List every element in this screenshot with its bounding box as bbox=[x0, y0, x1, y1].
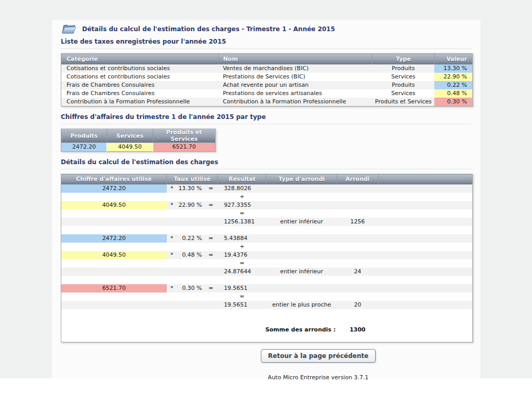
calcul-column-header: Résultat bbox=[218, 174, 267, 184]
taux-cell: 13.30 % bbox=[177, 184, 204, 193]
multiply-operator-cell: * bbox=[167, 184, 177, 193]
arrondi-cell: 24 bbox=[337, 268, 378, 276]
operator-separator-cell: + bbox=[218, 193, 267, 201]
tax-type-cell: Produits et Services bbox=[372, 98, 434, 107]
taxes-column-header: Type bbox=[372, 54, 434, 64]
taxes-table-row: Cotisations et contributions socialesPre… bbox=[61, 73, 473, 81]
taux-cell: 22.90 % bbox=[177, 201, 204, 209]
calcul-table: Chiffre d'affaires utiliséTaux utiliséRé… bbox=[61, 174, 473, 342]
empty-cell bbox=[167, 218, 177, 226]
calcul-column-header-empty bbox=[378, 174, 472, 184]
tax-valeur-cell: 13.30 % bbox=[434, 64, 472, 73]
chiffre-affaires-cell: 2472.20 bbox=[61, 184, 167, 193]
empty-row-cell bbox=[61, 317, 473, 326]
type-arrondi-cell: entier le plus proche bbox=[267, 301, 337, 309]
taxes-column-header: Nom bbox=[219, 54, 372, 64]
empty-cell bbox=[167, 209, 177, 218]
calcul-row: 6521.70*0.30 %=19.5651 bbox=[61, 284, 473, 292]
footer-version: Auto Micro Entreprise version 3.7.1 bbox=[113, 374, 524, 381]
page-title: Détails du calcul de l'estimation des ch… bbox=[82, 25, 335, 33]
equals-operator-cell: = bbox=[204, 234, 218, 243]
equals-operator-cell: = bbox=[204, 284, 218, 292]
calcul-row: 4049.50*0.48 %=19.4376 bbox=[61, 251, 473, 259]
empty-cell bbox=[378, 326, 472, 334]
empty-row bbox=[61, 226, 473, 234]
chiffres-table: ProduitsServicesProduits et Services 247… bbox=[61, 128, 216, 152]
chiffre-affaires-cell: 6521.70 bbox=[61, 284, 167, 292]
tax-type-cell: Produits bbox=[372, 81, 434, 89]
total-resultat-cell: 24.87644 bbox=[218, 268, 267, 276]
resultat-cell: 328.8026 bbox=[218, 184, 267, 193]
total-row: 1256.1381entier inférieur1256 bbox=[61, 218, 473, 226]
empty-cell bbox=[337, 259, 378, 268]
resultat-cell: 927.3355 bbox=[218, 201, 267, 209]
calcul-column-header: Chiffre d'affaires utilisé bbox=[61, 174, 167, 184]
empty-cell bbox=[61, 268, 167, 276]
total-row: 19.5651entier le plus proche20 bbox=[61, 301, 473, 309]
chiffres-heading: Chiffres d'affaires du trimestre 1 de l'… bbox=[61, 112, 472, 124]
taxes-column-header: Catégorie bbox=[61, 54, 219, 64]
back-button[interactable]: Retour à la page précédente bbox=[261, 349, 376, 363]
chiffres-column-header: Produits et Services bbox=[153, 128, 215, 143]
empty-cell bbox=[337, 193, 378, 201]
chiffres-value-cell: 4049.50 bbox=[107, 143, 153, 152]
empty-cell bbox=[61, 259, 167, 268]
taux-cell: 0.48 % bbox=[177, 251, 204, 259]
empty-cell bbox=[267, 201, 337, 209]
tax-categorie-cell: Contribution à la Formation Professionne… bbox=[61, 98, 219, 107]
multiply-operator-cell: * bbox=[167, 201, 177, 209]
empty-cell bbox=[378, 268, 472, 276]
equals-operator-cell: = bbox=[204, 201, 218, 209]
operator-separator-cell: = bbox=[218, 259, 267, 268]
empty-cell bbox=[177, 193, 204, 201]
empty-cell bbox=[177, 209, 204, 218]
tax-type-cell: Services bbox=[372, 73, 434, 81]
empty-cell bbox=[177, 268, 204, 276]
tax-valeur-cell: 0.22 % bbox=[434, 81, 472, 89]
calcul-column-header: Taux utilisé bbox=[167, 174, 218, 184]
tax-nom-cell: Prestations de Services (BIC) bbox=[219, 73, 372, 81]
taxes-table-row: Frais de Chambres ConsulairesAchat reven… bbox=[61, 81, 473, 89]
somme-row: Somme des arrondis :1300 bbox=[61, 326, 473, 334]
total-row: 24.87644entier inférieur24 bbox=[61, 268, 473, 276]
chiffres-value-cell: 2472.20 bbox=[61, 143, 107, 152]
empty-cell bbox=[378, 301, 472, 309]
empty-row-cell bbox=[61, 309, 473, 317]
taxes-table-row: Contribution à la Formation Professionne… bbox=[61, 98, 473, 107]
empty-cell bbox=[337, 184, 378, 193]
empty-cell bbox=[61, 209, 167, 218]
chiffres-table-header-row: ProduitsServicesProduits et Services bbox=[61, 128, 216, 143]
empty-cell bbox=[378, 209, 472, 218]
calcul-column-header: Type d'arrondi bbox=[267, 174, 337, 184]
empty-cell bbox=[177, 243, 204, 251]
operator-separator-cell: = bbox=[218, 209, 267, 218]
empty-cell bbox=[378, 251, 472, 259]
empty-cell bbox=[267, 251, 337, 259]
tax-nom-cell: Achat revente pour un artisan bbox=[219, 81, 372, 89]
resultat-cell: 19.5651 bbox=[218, 284, 267, 292]
empty-cell bbox=[337, 251, 378, 259]
tax-categorie-cell: Frais de Chambres Consulaires bbox=[61, 89, 219, 98]
empty-cell bbox=[167, 259, 177, 268]
type-arrondi-cell: entier inférieur bbox=[267, 218, 337, 226]
multiply-operator-cell: * bbox=[167, 251, 177, 259]
empty-cell bbox=[378, 193, 472, 201]
empty-cell bbox=[267, 284, 337, 292]
chiffres-table-value-row: 2472.204049.506521.70 bbox=[61, 143, 216, 152]
empty-cell bbox=[167, 193, 177, 201]
empty-cell bbox=[267, 209, 337, 218]
empty-cell bbox=[61, 301, 167, 309]
empty-cell bbox=[204, 193, 218, 201]
chiffres-column-header: Services bbox=[107, 128, 153, 143]
empty-cell bbox=[204, 209, 218, 218]
empty-row bbox=[61, 317, 473, 326]
empty-row bbox=[61, 334, 473, 342]
separator-row: = bbox=[61, 209, 473, 218]
calcul-row: 2472.20*0.22 %=5.43884 bbox=[61, 234, 473, 243]
arrondi-cell: 20 bbox=[337, 301, 378, 309]
equals-operator-cell: = bbox=[204, 251, 218, 259]
chiffres-column-header: Produits bbox=[61, 128, 107, 143]
empty-cell bbox=[167, 243, 177, 251]
operator-separator-cell: = bbox=[218, 292, 267, 301]
empty-cell bbox=[267, 292, 337, 301]
